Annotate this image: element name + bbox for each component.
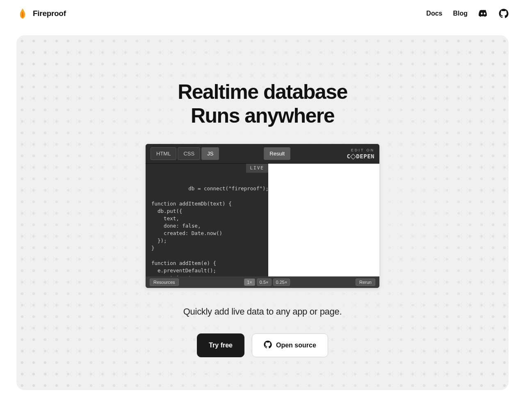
codepen-brand-logo[interactable]: CDEPEN	[347, 153, 374, 160]
tab-html[interactable]: HTML	[151, 147, 176, 160]
codepen-embed: HTML CSS JS Result EDIT ON CDEPEN LI	[146, 144, 379, 288]
tab-js[interactable]: JS	[201, 147, 219, 160]
zoom-05x[interactable]: 0.5×	[257, 278, 272, 286]
github-icon[interactable]	[499, 9, 509, 18]
hero-title-line2: Runs anywhere	[191, 104, 334, 127]
hero-title: Realtime database Runs anywhere	[33, 80, 492, 128]
code-content: db = connect("fireproof"); function addI…	[151, 185, 268, 276]
codepen-edit-on: EDIT ON	[351, 148, 374, 152]
tab-result[interactable]: Result	[264, 147, 290, 160]
codepen-footer: Resources 1× 0.5× 0.25× Rerun	[146, 276, 379, 288]
zoom-1x[interactable]: 1×	[244, 278, 255, 286]
github-icon	[264, 340, 272, 350]
codepen-header: HTML CSS JS Result EDIT ON CDEPEN	[146, 144, 379, 164]
code-panel[interactable]: LIVE db = connect("fireproof"); function…	[146, 164, 268, 276]
rerun-button[interactable]: Rerun	[356, 278, 375, 286]
main-nav: Docs Blog	[426, 9, 509, 18]
header: Fireproof Docs Blog	[16, 0, 509, 27]
try-free-button[interactable]: Try free	[197, 333, 244, 357]
tab-css[interactable]: CSS	[178, 147, 200, 160]
live-badge: LIVE	[246, 164, 269, 173]
zoom-025x[interactable]: 0.25×	[273, 278, 290, 286]
logo-text: Fireproof	[33, 9, 66, 18]
try-free-label: Try free	[209, 342, 233, 349]
open-source-label: Open source	[276, 342, 316, 349]
result-panel[interactable]	[268, 164, 379, 276]
hero-title-line1: Realtime database	[178, 80, 347, 103]
resources-button[interactable]: Resources	[150, 278, 179, 286]
codepen-tabs: HTML CSS JS	[151, 147, 220, 160]
discord-icon[interactable]	[478, 9, 488, 18]
hero-tagline: Quickly add live data to any app or page…	[33, 306, 492, 317]
nav-docs[interactable]: Docs	[426, 10, 442, 17]
fireproof-flame-icon	[16, 7, 29, 20]
hero-section: Realtime database Runs anywhere HTML CSS…	[16, 35, 509, 390]
cta-row: Try free Open source	[33, 333, 492, 357]
logo[interactable]: Fireproof	[16, 7, 66, 20]
open-source-button[interactable]: Open source	[252, 333, 328, 357]
nav-blog[interactable]: Blog	[453, 10, 468, 17]
